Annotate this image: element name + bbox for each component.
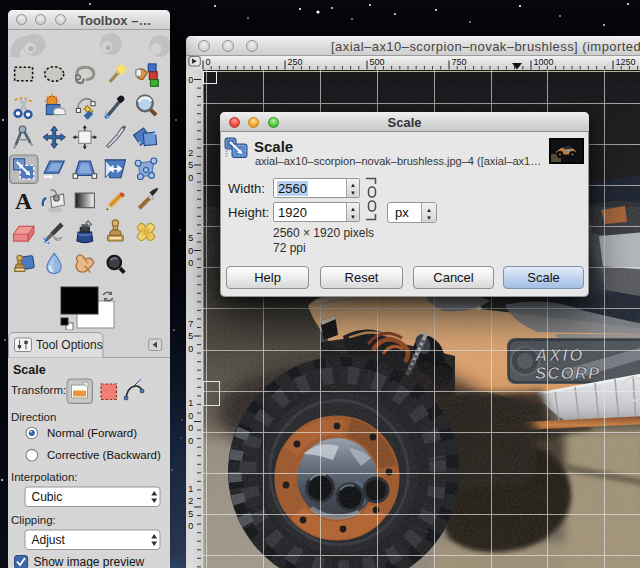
svg-text:Scale: Scale xyxy=(13,363,46,377)
svg-text:500: 500 xyxy=(370,57,385,67)
svg-text:Normal (Forward): Normal (Forward) xyxy=(47,427,137,439)
svg-text:5: 5 xyxy=(188,160,193,170)
svg-text:Tool Options: Tool Options xyxy=(36,338,103,352)
svg-text:0: 0 xyxy=(188,436,193,446)
svg-text:5: 5 xyxy=(188,509,193,519)
svg-text:0: 0 xyxy=(188,246,193,256)
svg-text:0: 0 xyxy=(188,411,193,421)
svg-text:0: 0 xyxy=(188,173,193,183)
svg-text:2: 2 xyxy=(188,496,193,506)
svg-text:750: 750 xyxy=(452,57,467,67)
svg-text:Clipping:: Clipping: xyxy=(11,514,56,526)
svg-text:5: 5 xyxy=(188,331,193,341)
svg-text:Show image preview: Show image preview xyxy=(34,555,145,568)
svg-text:Direction: Direction xyxy=(11,411,56,423)
svg-text:Transform:: Transform: xyxy=(11,384,66,396)
svg-text:0: 0 xyxy=(188,423,193,433)
svg-text:Interpolation:: Interpolation: xyxy=(11,471,78,483)
svg-text:250: 250 xyxy=(288,57,303,67)
svg-text:1: 1 xyxy=(188,398,193,408)
svg-text:7: 7 xyxy=(188,319,193,329)
svg-text:0: 0 xyxy=(188,258,193,268)
svg-text:0: 0 xyxy=(188,75,193,85)
svg-text:1250: 1250 xyxy=(616,57,636,67)
svg-text:2: 2 xyxy=(188,148,193,158)
svg-text:A: A xyxy=(15,188,32,214)
svg-text:0: 0 xyxy=(188,344,193,354)
svg-text:1000: 1000 xyxy=(534,57,554,67)
svg-text:Adjust: Adjust xyxy=(32,533,66,547)
svg-text:Cubic: Cubic xyxy=(32,490,63,504)
svg-text:Corrective (Backward): Corrective (Backward) xyxy=(47,449,161,461)
svg-text:5: 5 xyxy=(188,233,193,243)
svg-text:1: 1 xyxy=(188,484,193,494)
svg-text:0: 0 xyxy=(206,57,211,67)
svg-text:0: 0 xyxy=(188,521,193,531)
